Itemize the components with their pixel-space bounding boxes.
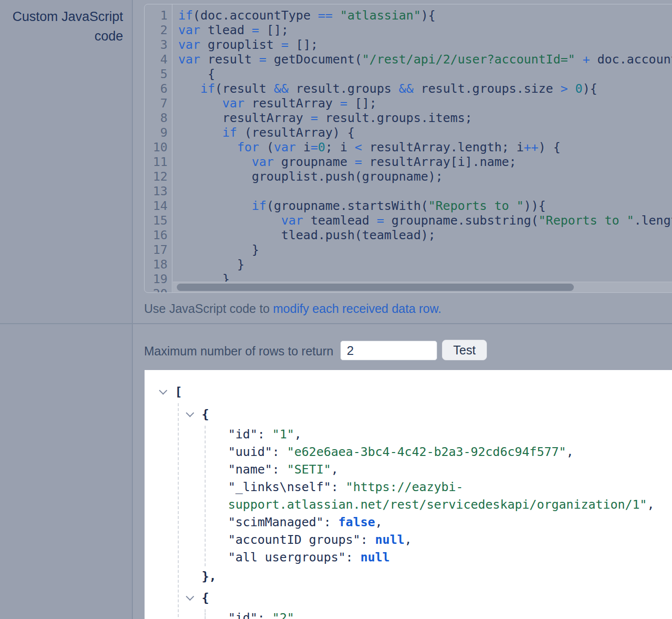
collapse-chevron-icon[interactable] xyxy=(187,403,202,426)
line-number: 20 xyxy=(145,287,172,292)
json-row: "accountID groups": null, xyxy=(145,531,672,549)
code-line: if(groupname.startsWith("Reports to ")){ xyxy=(178,199,672,213)
line-number-gutter: 1234567891011121314151617181920 xyxy=(145,4,172,292)
json-row: { xyxy=(145,403,672,426)
json-row: "scimManaged": false, xyxy=(145,514,672,531)
line-number: 4 xyxy=(145,52,172,67)
scrollbar-thumb[interactable] xyxy=(177,284,574,291)
editor-help-text: Use JavaScript code to modify each recei… xyxy=(144,301,441,316)
line-number: 11 xyxy=(145,155,172,169)
line-number: 6 xyxy=(145,82,172,96)
line-number: 16 xyxy=(145,228,172,243)
custom-javascript-code-label: Custom JavaScript code xyxy=(4,7,123,46)
code-line: for (var i=0; i < resultArray.length; i+… xyxy=(178,140,672,155)
code-line: var tlead = []; xyxy=(178,23,672,38)
horizontal-scrollbar[interactable] xyxy=(173,282,672,292)
code-line: grouplist.push(groupname); xyxy=(178,169,672,184)
test-button[interactable]: Test xyxy=(442,340,487,360)
help-text-prefix: Use JavaScript code to xyxy=(144,302,273,315)
json-row: }, xyxy=(145,566,672,587)
json-rows: [{"id": "1","uuid": "e62e6aea-3bc4-4c42-… xyxy=(145,381,672,619)
code-line: if (resultArray) { xyxy=(178,125,672,140)
code-line xyxy=(178,184,672,199)
line-number: 9 xyxy=(145,125,172,140)
line-number: 17 xyxy=(145,243,172,257)
collapse-chevron-icon[interactable] xyxy=(187,587,202,609)
line-number: 15 xyxy=(145,213,172,228)
code-lines: if(doc.accountType == "atlassian"){var t… xyxy=(173,4,672,292)
line-number: 10 xyxy=(145,140,172,155)
field-label-column: Custom JavaScript code xyxy=(0,0,133,619)
line-number: 7 xyxy=(145,96,172,111)
json-row: "id": "2", xyxy=(145,609,672,619)
line-number: 12 xyxy=(145,169,172,184)
json-row: [ xyxy=(145,381,672,403)
code-line: var grouplist = []; xyxy=(178,38,672,52)
line-number: 1 xyxy=(145,8,172,23)
code-line: { xyxy=(178,67,672,82)
line-number: 19 xyxy=(145,272,172,287)
line-number: 13 xyxy=(145,184,172,199)
json-row: "name": "SETI", xyxy=(145,461,672,478)
json-row: "all usergroups": null xyxy=(145,549,672,566)
code-line: var resultArray = []; xyxy=(178,96,672,111)
code-line: resultArray = result.groups.items; xyxy=(178,111,672,125)
code-editor[interactable]: 1234567891011121314151617181920 if(doc.a… xyxy=(144,4,672,293)
code-line: if(result && result.groups && result.gro… xyxy=(178,82,672,96)
code-line: var teamlead = groupname.substring("Repo… xyxy=(178,213,672,228)
form-row-divider xyxy=(0,323,672,324)
code-line: } xyxy=(178,243,672,257)
line-number: 8 xyxy=(145,111,172,125)
help-link[interactable]: modify each received data row. xyxy=(273,302,441,315)
json-row: { xyxy=(145,587,672,609)
max-rows-label: Maximum number of rows to return xyxy=(144,343,334,359)
max-rows-input[interactable] xyxy=(340,341,437,360)
code-line: var result = getDocument("/rest/api/2/us… xyxy=(178,52,672,67)
code-line: var groupname = resultArray[i].name; xyxy=(178,155,672,169)
json-row: "_links\nself": "https://eazybi-support.… xyxy=(145,478,672,514)
line-number: 3 xyxy=(145,38,172,52)
collapse-chevron-icon[interactable] xyxy=(160,381,175,403)
json-row: "uuid": "e62e6aea-3bc4-4c42-b2a3-92cd6c9… xyxy=(145,443,672,461)
json-result-panel: [{"id": "1","uuid": "e62e6aea-3bc4-4c42-… xyxy=(145,370,672,619)
line-number: 2 xyxy=(145,23,172,38)
line-number: 5 xyxy=(145,67,172,82)
code-line: } xyxy=(178,257,672,272)
code-line: tlead.push(teamlead); xyxy=(178,228,672,243)
line-number: 18 xyxy=(145,257,172,272)
code-line: if(doc.accountType == "atlassian"){ xyxy=(178,8,672,23)
json-row: "id": "1", xyxy=(145,426,672,443)
line-number: 14 xyxy=(145,199,172,213)
